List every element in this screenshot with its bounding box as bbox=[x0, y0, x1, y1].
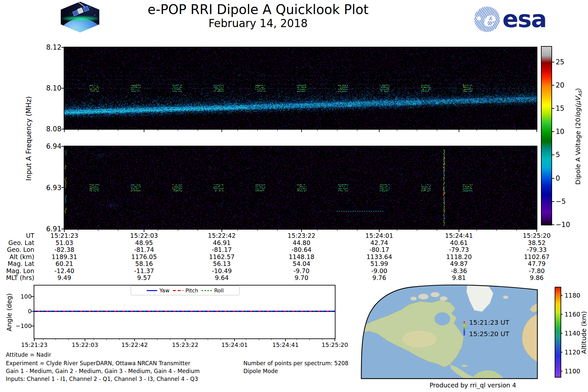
eph-cell-r6c1: 9.57 bbox=[118, 274, 170, 281]
tick-mark bbox=[61, 47, 64, 48]
attitude-xtick-1: 15:22:03 bbox=[65, 342, 105, 348]
tick-mark bbox=[516, 230, 517, 231]
upper-ytick-808: 8.08 bbox=[35, 125, 61, 133]
arctic-island bbox=[418, 294, 429, 300]
tick-mark bbox=[317, 130, 318, 131]
tick-mark bbox=[552, 178, 554, 179]
tick-mark bbox=[178, 130, 178, 131]
eph-cell-r6c3: 9.70 bbox=[275, 274, 328, 281]
tick-mark bbox=[552, 85, 554, 86]
tick-mark bbox=[234, 339, 235, 341]
satellite-track bbox=[464, 321, 465, 336]
tick-mark bbox=[516, 130, 517, 131]
tick-mark bbox=[170, 339, 170, 340]
tick-mark bbox=[246, 339, 246, 340]
voltage-cbar-tick-3: 10 bbox=[556, 128, 564, 136]
frequency-axis-label: Input A Frequency (MHz) bbox=[25, 72, 33, 205]
tick-mark bbox=[357, 230, 357, 231]
tick-mark bbox=[221, 230, 222, 232]
attitude-xtick-6: 15:25:20 bbox=[315, 342, 354, 348]
legend-item-pitch: Pitch bbox=[173, 287, 198, 294]
tick-mark bbox=[64, 130, 65, 132]
tick-mark bbox=[94, 339, 94, 340]
tick-mark bbox=[497, 130, 497, 131]
attitude-note: Attitude = Nadir bbox=[6, 351, 51, 358]
tick-mark bbox=[98, 230, 98, 231]
tick-mark bbox=[335, 339, 335, 341]
tick-mark bbox=[552, 155, 554, 155]
tick-mark bbox=[78, 130, 78, 131]
eph-cell-r2c3: -80.64 bbox=[275, 246, 328, 253]
tick-mark bbox=[277, 230, 278, 231]
tick-mark bbox=[198, 130, 198, 131]
attitude-legend: Yaw Pitch Roll bbox=[131, 286, 240, 295]
altitude-colorbar bbox=[555, 287, 561, 378]
tick-mark bbox=[61, 146, 64, 147]
eph-cell-r5c1: -11.37 bbox=[118, 267, 170, 274]
tick-mark bbox=[357, 130, 357, 131]
angle-ytick-100: 100 bbox=[7, 293, 32, 300]
eph-row-label-1: Geo. Lat bbox=[0, 239, 34, 246]
eph-cell-r4c3: 54.04 bbox=[275, 260, 328, 267]
tick-mark bbox=[237, 230, 238, 231]
tick-mark bbox=[437, 230, 437, 231]
angle-ytick-neg100: −100 bbox=[7, 323, 32, 329]
eph-cell-r6c0: 9.49 bbox=[38, 274, 90, 281]
yaw-line-sample bbox=[147, 290, 157, 291]
tick-mark bbox=[536, 130, 537, 132]
eph-cell-r4c4: 51.99 bbox=[353, 260, 405, 267]
tick-mark bbox=[477, 230, 477, 231]
spectrogram-lower-panel bbox=[64, 146, 537, 230]
attitude-xtick-4: 15:24:01 bbox=[215, 342, 254, 348]
eph-cell-r5c0: -12.40 bbox=[38, 267, 90, 274]
eph-cell-r1c2: 46.91 bbox=[196, 239, 248, 246]
eph-cell-r1c4: 42.74 bbox=[353, 239, 405, 246]
eph-cell-r5c5: -8.36 bbox=[433, 267, 485, 274]
eph-cell-r3c6: 1102.67 bbox=[511, 253, 563, 260]
tick-mark bbox=[68, 339, 69, 340]
us-interior bbox=[402, 331, 436, 348]
eph-cell-r2c2: -81.17 bbox=[196, 246, 248, 253]
eph-cell-r0c3: 15:23:22 bbox=[275, 232, 328, 239]
tick-mark bbox=[118, 230, 118, 231]
lower-ytick-694: 6.94 bbox=[35, 143, 61, 150]
tick-mark bbox=[379, 230, 380, 232]
attitude-xtick-2: 15:22:42 bbox=[115, 342, 154, 348]
iceland bbox=[503, 296, 508, 299]
quicklook-figure: { "title": "e-POP RRI Dipole A Quicklook… bbox=[0, 0, 588, 392]
tick-mark bbox=[397, 130, 397, 131]
eph-cell-r3c3: 1148.18 bbox=[275, 253, 328, 260]
voltage-colorbar bbox=[541, 46, 552, 225]
tick-mark bbox=[34, 339, 35, 341]
tick-mark bbox=[271, 339, 271, 340]
altitude-cbar-tick-1: 1160 bbox=[564, 311, 580, 318]
tick-mark bbox=[144, 339, 145, 340]
eph-cell-r2c0: -82.38 bbox=[38, 246, 90, 253]
spectrogram-lower-canvas bbox=[64, 146, 537, 229]
attitude-zero-line bbox=[34, 311, 335, 312]
attitude-xtick-3: 15:23:22 bbox=[166, 342, 205, 348]
voltage-cbar-tick-7: −10 bbox=[556, 221, 570, 229]
legend-item-yaw: Yaw bbox=[147, 287, 169, 294]
eph-cell-r1c6: 38.52 bbox=[511, 239, 563, 246]
tick-mark bbox=[157, 339, 157, 340]
lower-ytick-691: 6.91 bbox=[35, 225, 61, 233]
eph-cell-r0c4: 15:24:01 bbox=[353, 232, 405, 239]
eph-cell-r4c6: 47.79 bbox=[511, 260, 563, 267]
arctic-island bbox=[431, 292, 440, 297]
esa-logo-text: esa bbox=[502, 5, 546, 33]
tick-mark bbox=[459, 130, 459, 132]
eph-row-label-6: MLT (hrs) bbox=[0, 274, 34, 281]
voltage-colorbar-label: Dipole A Voltage (20log(μVAS) bbox=[574, 71, 583, 202]
tick-mark bbox=[561, 333, 563, 334]
eph-cell-r4c5: 49.87 bbox=[433, 260, 485, 267]
altitude-cbar-tick-4: 1100 bbox=[564, 368, 580, 375]
eph-cell-r0c2: 15:22:42 bbox=[196, 232, 248, 239]
tick-mark bbox=[561, 295, 563, 296]
tick-mark bbox=[297, 339, 297, 340]
tick-mark bbox=[61, 129, 64, 129]
eph-row-label-3: Alt (km) bbox=[0, 253, 34, 260]
tick-mark bbox=[417, 230, 417, 231]
track-start-annotation: 15:21:23 UT bbox=[469, 318, 510, 326]
tick-mark bbox=[119, 339, 120, 340]
